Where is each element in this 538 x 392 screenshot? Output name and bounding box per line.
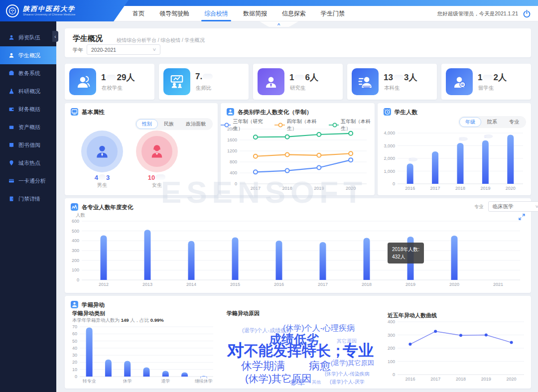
female-label: 女生 (136, 182, 178, 189)
svg-text:2012: 2012 (99, 282, 109, 287)
nav-item[interactable]: 学生门禁 (321, 6, 345, 21)
nav-item[interactable]: 数据简报 (243, 6, 267, 21)
svg-text:70: 70 (72, 325, 77, 329)
sidebar-item-资产概括[interactable]: 资产概括 (0, 118, 56, 136)
tab-民族[interactable]: 民族 (158, 119, 180, 129)
svg-text:0: 0 (75, 374, 77, 379)
sidebar-item-图书借阅[interactable]: 图书借阅 (0, 136, 56, 154)
sidebar-item-label: 门禁详情 (18, 195, 40, 203)
svg-text:100: 100 (72, 267, 79, 272)
svg-text:100: 100 (388, 359, 395, 364)
card-icon (8, 178, 14, 184)
nav-item[interactable]: 领导驾驶舱 (159, 6, 189, 21)
research-icon (8, 88, 14, 94)
stat-label: 在校学生 (102, 85, 123, 92)
change-reason-wordcloud[interactable]: (退学)个人-成绩低劣(休学)个人-心理疾病其它原因成绩低劣对不能发挥特长；专业… (224, 316, 379, 386)
wordcloud-term: 其他 (312, 380, 321, 385)
svg-text:2020: 2020 (506, 186, 516, 191)
tab-性别[interactable]: 性别 (136, 119, 158, 129)
svg-text:300: 300 (72, 248, 79, 253)
sidebar-item-学生概况[interactable]: 学生概况 (0, 46, 56, 64)
sidebar-item-科研概况[interactable]: 科研概况 (0, 82, 56, 100)
sidebar-item-城市热点[interactable]: 城市热点 (0, 154, 56, 172)
tab-政治面貌[interactable]: 政治面貌 (180, 119, 212, 129)
tooltip-value: 432人 (392, 253, 419, 261)
wordcloud-term: 参军 (290, 379, 305, 386)
sidebar-item-门禁详情[interactable]: 门禁详情 (0, 190, 56, 208)
male-circle (81, 131, 123, 172)
svg-text:4,000: 4,000 (384, 131, 395, 135)
sidebar-item-一卡通分析[interactable]: 一卡通分析 (0, 172, 56, 190)
sidebar-item-财务概括[interactable]: 财务概括 (0, 100, 56, 118)
major-select[interactable]: 临床医学 ∨ (488, 201, 538, 212)
finance-icon (8, 106, 14, 112)
sidebar-item-教务系统[interactable]: 教务系统 (0, 64, 56, 82)
tab-年级[interactable]: 年级 (459, 117, 481, 127)
svg-text:800: 800 (230, 159, 237, 164)
tab-院系[interactable]: 院系 (481, 117, 503, 127)
stat-card-本科生[interactable]: 133人本科生 (347, 64, 437, 100)
svg-text:300: 300 (388, 333, 395, 338)
status-change-panel: 学籍异动 学籍异动类别 本学年学籍异动人数为 149 人，占比 0.99% 01… (65, 296, 531, 389)
redacted-blur (483, 75, 493, 80)
svg-text:2016: 2016 (405, 186, 415, 191)
svg-text:休学: 休学 (123, 379, 132, 384)
students-icon (69, 68, 96, 95)
stat-card-在校学生[interactable]: 129人在校学生 (65, 64, 154, 100)
svg-text:0: 0 (77, 277, 79, 282)
sidebar-collapse-button[interactable]: ‹ (52, 31, 58, 42)
change-category-title: 学籍异动类别 (72, 310, 105, 317)
svg-text:退学: 退学 (161, 379, 170, 384)
male-count: 43 (81, 174, 123, 181)
page-title: 学生概况 (73, 34, 103, 43)
svg-text:2020: 2020 (346, 186, 356, 191)
graduate-icon (258, 68, 284, 95)
wordcloud-term: (退学)其它原因 (331, 360, 374, 366)
svg-text:1200: 1200 (227, 148, 237, 153)
basic-attributes-title: 基本属性 (82, 109, 105, 116)
five-year-trend-chart[interactable]: 010020030040020162017201820192020 (384, 319, 529, 385)
breadcrumb: 校情综合分析平台 / 综合校情 / 学生概况 (117, 37, 205, 44)
monitor-icon (71, 108, 78, 116)
sidebar-item-label: 教务系统 (18, 70, 40, 77)
svg-text:2018: 2018 (362, 282, 372, 287)
stat-value: 133人 (384, 72, 417, 83)
category-change-chart[interactable]: 04008001200160020002017201820192020 (224, 126, 372, 194)
stat-card-生师比[interactable]: 7.生师比 (159, 64, 249, 100)
nav-collapse-tab[interactable]: ∧ (260, 21, 298, 27)
wordcloud-term: 病愈 (309, 361, 331, 372)
nav-item[interactable]: 综合校情 (204, 6, 228, 21)
logout-power-button[interactable] (523, 9, 531, 18)
svg-text:1,000: 1,000 (384, 169, 395, 174)
major-yearly-panel: 各专业人数年度变化 专业 临床医学 ∨ 人数 01002003004005006… (65, 198, 531, 293)
person-icon (71, 301, 78, 308)
stat-card-研究生[interactable]: 16人研究生 (253, 64, 343, 100)
sidebar-item-label: 资产概括 (18, 124, 40, 131)
sidebar-item-label: 一卡通分析 (18, 177, 46, 185)
year-select[interactable]: 2020-2021 ∨ (87, 44, 160, 55)
svg-text:2000: 2000 (227, 127, 237, 131)
nav-item[interactable]: 首页 (133, 6, 144, 21)
svg-text:2014: 2014 (186, 282, 196, 287)
svg-text:2015: 2015 (230, 282, 240, 287)
tab-专业[interactable]: 专业 (503, 117, 525, 127)
chevron-down-icon: ∨ (535, 204, 538, 209)
basic-attributes-panel: 基本属性 性别民族政治面貌 43 男生 10 女生 (65, 103, 218, 195)
brand-logo: 陕西中医药大学 Shaanxi University of Chinese Me… (0, 0, 129, 21)
svg-text:2017: 2017 (251, 186, 261, 191)
svg-text:3,000: 3,000 (384, 143, 395, 148)
svg-text:2016: 2016 (274, 282, 284, 287)
teacher-icon (8, 34, 14, 40)
stat-label: 本科生 (384, 85, 400, 92)
change-category-chart[interactable]: 010203040506070转专业休学退学继续休学 (69, 325, 218, 386)
student-icon (8, 52, 14, 58)
university-emblem-icon (6, 4, 19, 17)
svg-text:400: 400 (388, 319, 395, 324)
sidebar-item-师资队伍[interactable]: 师资队伍 (0, 28, 56, 46)
stat-card-留学生[interactable]: 12人留学生 (441, 64, 531, 100)
top-nav: 首页领导驾驶舱综合校情数据简报信息探索学生门禁 (133, 6, 345, 21)
student-count-chart[interactable]: 01,0002,0003,0004,0002016201720182019202… (381, 129, 528, 194)
svg-text:2020: 2020 (449, 282, 459, 287)
major-yearly-chart[interactable]: 0100200300400500600201220132014201520162… (69, 217, 527, 291)
nav-item[interactable]: 信息探索 (282, 6, 306, 21)
